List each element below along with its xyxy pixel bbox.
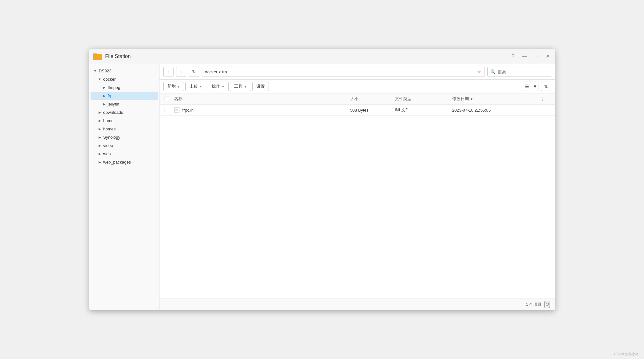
operate-button-label: 操作	[212, 84, 220, 89]
app-title: File Station	[105, 54, 510, 59]
list-view-dropdown[interactable]: ▼	[532, 82, 538, 91]
help-button[interactable]: ?	[510, 53, 516, 60]
main-layout: ▼ DS923 ▼ docker ▶ ffmpeg ▶ frp ▶ jellyf…	[89, 64, 555, 310]
caret-down-icon: ▼	[244, 85, 247, 88]
sidebar-item-docker[interactable]: ▼ docker	[91, 75, 158, 83]
tools-button-label: 工具	[234, 84, 242, 89]
watermark: CSDN @林小搭	[614, 352, 639, 356]
chevron-right-icon: ▶	[102, 85, 107, 90]
sidebar: ▼ DS923 ▼ docker ▶ ffmpeg ▶ frp ▶ jellyf…	[89, 64, 159, 310]
upload-button-label: 上传	[189, 84, 198, 89]
file-size: 508 Bytes	[350, 108, 369, 113]
file-type: INI 文件	[395, 107, 410, 112]
header-check	[165, 97, 174, 101]
sidebar-item-label: homes	[103, 127, 155, 131]
item-count-label: 1 个项目	[526, 302, 542, 307]
search-input[interactable]	[498, 70, 548, 74]
new-button[interactable]: 新增 ▼	[163, 82, 184, 91]
action-toolbar: 新增 ▼ 上传 ▼ 操作 ▼ 工具 ▼ 设置	[159, 80, 555, 93]
file-type-cell: INI 文件	[395, 107, 452, 113]
upload-button[interactable]: 上传 ▼	[185, 82, 206, 91]
sidebar-item-ds923[interactable]: ▼ DS923	[91, 67, 158, 75]
sidebar-item-homes[interactable]: ▶ homes	[91, 125, 158, 133]
column-name-label: 名称	[174, 96, 182, 102]
sidebar-item-label: video	[103, 143, 155, 148]
row-checkbox[interactable]	[165, 108, 169, 112]
search-icon: 🔍	[490, 69, 496, 74]
operate-button[interactable]: 操作 ▼	[208, 82, 229, 91]
sidebar-item-label: frp	[108, 93, 155, 98]
select-all-checkbox[interactable]	[165, 97, 169, 101]
sidebar-item-ffmpeg[interactable]: ▶ ffmpeg	[91, 84, 158, 92]
window-controls: ? — □ ✕	[510, 53, 551, 60]
sidebar-item-video[interactable]: ▶ video	[91, 142, 158, 150]
chevron-down-icon: ▼	[93, 69, 98, 73]
caret-down-icon: ▼	[199, 85, 202, 88]
refresh-button[interactable]: ↻	[189, 67, 199, 77]
sidebar-item-web[interactable]: ▶ web	[91, 150, 158, 158]
chevron-right-icon: ▶	[98, 119, 102, 123]
sidebar-item-label: downloads	[103, 110, 155, 115]
chevron-right-icon: ▶	[98, 143, 102, 148]
titlebar: File Station ? — □ ✕	[89, 49, 555, 64]
maximize-button[interactable]: □	[534, 53, 539, 60]
view-toggle-group: ☰ ▼	[522, 82, 538, 91]
svg-rect-3	[175, 108, 178, 112]
sidebar-item-label: web_packages	[103, 160, 155, 165]
chevron-right-icon: ▶	[98, 127, 102, 131]
file-date-cell: 2023-07-10 21:55:05	[452, 108, 540, 113]
minimize-button[interactable]: —	[521, 53, 529, 60]
file-type-icon	[174, 107, 180, 113]
favorite-star-icon[interactable]: ★	[477, 69, 481, 75]
row-check	[165, 108, 174, 112]
file-name: frpc.ini	[182, 108, 195, 113]
back-button[interactable]: ‹	[163, 67, 174, 77]
column-size-label: 大小	[350, 96, 359, 102]
settings-button-label: 设置	[256, 84, 265, 89]
file-date: 2023-07-10 21:55:05	[452, 108, 491, 113]
chevron-right-icon: ▶	[102, 94, 107, 98]
header-actions: ⋮	[540, 97, 550, 101]
new-button-label: 新增	[167, 84, 176, 89]
more-options-icon[interactable]: ⋮	[540, 97, 544, 101]
caret-down-icon: ▼	[221, 85, 225, 88]
file-size-cell: 508 Bytes	[350, 108, 395, 113]
sidebar-item-web-packages[interactable]: ▶ web_packages	[91, 158, 158, 166]
sidebar-item-home[interactable]: ▶ home	[91, 117, 158, 125]
close-button[interactable]: ✕	[544, 53, 551, 60]
chevron-right-icon: ▶	[98, 110, 102, 115]
column-header-name[interactable]: 名称	[174, 96, 350, 102]
table-row[interactable]: frpc.ini 508 Bytes INI 文件 2023-07-10 21:…	[159, 105, 555, 116]
sort-button[interactable]: ⇅	[541, 82, 551, 91]
list-view-button[interactable]: ☰	[522, 82, 532, 91]
sidebar-item-synology[interactable]: ▶ Synology	[91, 133, 158, 141]
sidebar-item-label: jellyfin	[108, 102, 155, 106]
column-date-label: 修改日期	[452, 96, 469, 102]
sidebar-item-label: docker	[103, 77, 155, 82]
forward-button[interactable]: ›	[176, 67, 186, 77]
sidebar-item-label: home	[103, 118, 155, 123]
path-bar: docker > frp ★	[202, 67, 485, 77]
content-area: ‹ › ↻ docker > frp ★ 🔍 新增 ▼	[159, 64, 555, 310]
sidebar-item-downloads[interactable]: ▶ downloads	[91, 108, 158, 116]
column-header-size[interactable]: 大小	[350, 96, 395, 102]
file-list-header: 名称 大小 文件类型 修改日期 ▼ ⋮	[159, 93, 555, 105]
settings-button[interactable]: 设置	[252, 82, 269, 91]
column-header-type[interactable]: 文件类型	[395, 96, 452, 102]
app-icon	[93, 52, 102, 61]
chevron-down-icon: ▼	[98, 77, 102, 82]
sidebar-item-label: Synology	[103, 135, 155, 140]
sidebar-item-jellyfin[interactable]: ▶ jellyfin	[91, 100, 158, 108]
svg-rect-2	[93, 54, 102, 60]
file-list: 名称 大小 文件类型 修改日期 ▼ ⋮	[159, 93, 555, 298]
sidebar-item-label: ffmpeg	[108, 85, 155, 90]
sort-arrow-icon: ▼	[470, 97, 473, 101]
statusbar-refresh-button[interactable]: ↻	[544, 301, 550, 308]
tools-button[interactable]: 工具 ▼	[230, 82, 251, 91]
navigation-toolbar: ‹ › ↻ docker > frp ★ 🔍	[159, 64, 555, 80]
chevron-right-icon: ▶	[98, 152, 102, 156]
column-header-date[interactable]: 修改日期 ▼	[452, 96, 540, 102]
file-name-cell: frpc.ini	[174, 107, 350, 113]
sidebar-item-frp[interactable]: ▶ frp	[91, 92, 158, 100]
status-bar: 1 个项目 ↻	[159, 298, 555, 310]
